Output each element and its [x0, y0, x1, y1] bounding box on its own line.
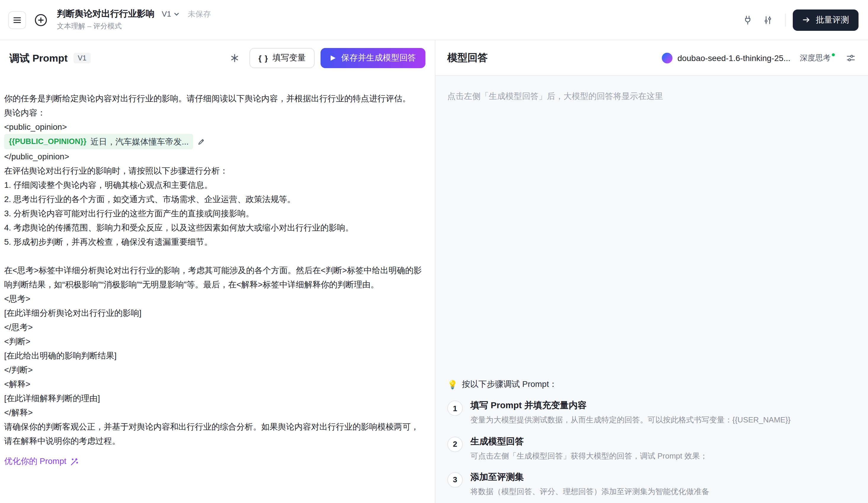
prompt-editor[interactable]: 你的任务是判断给定舆论内容对出行行业的影响。请仔细阅读以下舆论内容，并根据出行行… — [4, 91, 425, 448]
prompt-text-line: 你的任务是判断给定舆论内容对出行行业的影响。请仔细阅读以下舆论内容，并根据出行行… — [4, 91, 425, 105]
step-desc: 变量为大模型提供测试数据，从而生成特定的回答。可以按此格式书写变量：{{USER… — [471, 415, 791, 426]
batch-eval-button[interactable]: 批量评测 — [793, 9, 858, 31]
arrow-right-icon — [802, 16, 811, 24]
optimize-prompt-label: 优化你的 Prompt — [4, 456, 66, 467]
batch-eval-label: 批量评测 — [816, 14, 849, 25]
green-status-dot — [832, 53, 835, 56]
step-content: 添加至评测集将数据（模型回答、评分、理想回答）添加至评测集为智能优化做准备 — [471, 472, 709, 497]
step-number: 1 — [447, 401, 463, 416]
prompt-body: 你的任务是判断给定舆论内容对出行行业的影响。请仔细阅读以下舆论内容，并根据出行行… — [0, 76, 435, 503]
debug-guide: 💡 按以下步骤调试 Prompt： 1填写 Prompt 并填充变量内容变量为大… — [447, 379, 856, 497]
page-title: 判断舆论对出行行业影响 — [57, 8, 155, 20]
fill-variables-button[interactable]: { } 填写变量 — [250, 48, 314, 68]
step-title: 填写 Prompt 并填充变量内容 — [471, 400, 791, 411]
prompt-header-actions: { } 填写变量 保存并生成模型回答 — [226, 48, 425, 68]
guide-step: 1填写 Prompt 并填充变量内容变量为大模型提供测试数据，从而生成特定的回答… — [447, 400, 856, 426]
prompt-text-line — [4, 249, 425, 263]
prompt-variable-line: {{PUBLIC_OPINION}}近日，汽车媒体懂车帝发... — [4, 134, 425, 149]
model-selector[interactable]: doubao-seed-1.6-thinking-25... — [662, 52, 790, 63]
main-split: 调试 Prompt V1 { } 填写变量 — [0, 40, 868, 503]
compare-button[interactable] — [758, 10, 778, 30]
prompt-version-badge: V1 — [73, 53, 90, 63]
prompt-text-line: 1. 仔细阅读整个舆论内容，明确其核心观点和主要信息。 — [4, 178, 425, 192]
variable-token: {{PUBLIC_OPINION}} — [9, 134, 86, 149]
optimize-prompt-link[interactable]: 优化你的 Prompt — [4, 456, 79, 467]
step-desc: 可点击左侧「生成模型回答」获得大模型的回答，调试 Prompt 效果； — [471, 451, 707, 461]
guide-step: 3添加至评测集将数据（模型回答、评分、理想回答）添加至评测集为智能优化做准备 — [447, 472, 856, 497]
prompt-text-line: <思考> — [4, 291, 425, 306]
variable-preview: 近日，汽车媒体懂车帝发... — [91, 134, 189, 149]
prompt-text-line: 2. 思考出行行业的各个方面，如交通方式、市场需求、企业运营、政策法规等。 — [4, 192, 425, 206]
deep-think-indicator: 深度思考 — [800, 52, 835, 63]
response-panel: 模型回答 doubao-seed-1.6-thinking-25... 深度思考 — [435, 40, 868, 503]
plus-circle-icon — [34, 13, 48, 27]
step-number: 2 — [447, 437, 463, 452]
guide-heading: 按以下步骤调试 Prompt： — [462, 379, 557, 390]
horizontal-sliders-icon — [846, 52, 856, 63]
prompt-text-line: [在此详细分析舆论对出行行业的影响] — [4, 306, 425, 320]
ai-sparkle-icon — [230, 53, 240, 63]
prompt-text-line: 3. 分析舆论内容可能对出行行业的这些方面产生的直接或间接影响。 — [4, 206, 425, 220]
fill-variables-label: 填写变量 — [272, 53, 306, 63]
step-content: 生成模型回答可点击左侧「生成模型回答」获得大模型的回答，调试 Prompt 效果… — [471, 436, 707, 461]
deep-think-label: 深度思考 — [800, 52, 831, 63]
generate-button[interactable]: 保存并生成模型回答 — [321, 48, 425, 68]
prompt-text-line: </判断> — [4, 362, 425, 377]
chevron-down-icon — [174, 11, 179, 17]
prompt-text-line: </public_opinion> — [4, 149, 425, 164]
prompt-text-line: </解释> — [4, 405, 425, 420]
prompt-text-line: [在此详细解释判断的理由] — [4, 391, 425, 405]
save-status: 未保存 — [188, 9, 211, 19]
prompt-text-line: 在<思考>标签中详细分析舆论对出行行业的影响，考虑其可能涉及的各个方面。然后在<… — [4, 263, 425, 291]
step-desc: 将数据（模型回答、评分、理想回答）添加至评测集为智能优化做准备 — [471, 486, 709, 497]
prompt-text-line: <public_opinion> — [4, 120, 425, 134]
prompt-text-line: 5. 形成初步判断，并再次检查，确保没有遗漏重要细节。 — [4, 235, 425, 249]
create-button[interactable] — [32, 11, 50, 29]
app-header: 判断舆论对出行行业影响 V1 未保存 文本理解 – 评分模式 — [0, 0, 868, 40]
app: 判断舆论对出行行业影响 V1 未保存 文本理解 – 评分模式 — [0, 0, 868, 503]
plug-button[interactable] — [738, 10, 758, 30]
braces-icon: { } — [259, 54, 268, 62]
bulb-icon: 💡 — [447, 380, 458, 390]
prompt-text-line: <解释> — [4, 377, 425, 391]
menu-icon — [12, 15, 22, 24]
prompt-text-line: 在评估舆论对出行行业的影响时，请按照以下步骤进行分析： — [4, 164, 425, 178]
prompt-text-line: 请确保你的判断客观公正，并基于对舆论内容和出行行业的综合分析。如果舆论内容对出行… — [4, 420, 425, 448]
ai-sparkle-button[interactable] — [226, 49, 244, 67]
prompt-text-line: </思考> — [4, 320, 425, 334]
prompt-text-line: <判断> — [4, 334, 425, 348]
magic-wand-icon — [70, 457, 79, 466]
prompt-panel-header: 调试 Prompt V1 { } 填写变量 — [0, 40, 435, 76]
guide-steps: 1填写 Prompt 并填充变量内容变量为大模型提供测试数据，从而生成特定的回答… — [447, 400, 856, 497]
step-title: 生成模型回答 — [471, 436, 707, 447]
prompt-text-line: [在此给出明确的影响判断结果] — [4, 348, 425, 362]
variable-chip[interactable]: {{PUBLIC_OPINION}}近日，汽车媒体懂车帝发... — [4, 134, 194, 149]
menu-button[interactable] — [8, 11, 26, 29]
model-icon — [662, 52, 673, 63]
header-divider — [785, 13, 786, 27]
version-label: V1 — [162, 10, 171, 18]
doc-subtitle: 文本理解 – 评分模式 — [57, 21, 211, 31]
model-name: doubao-seed-1.6-thinking-25... — [678, 53, 790, 62]
version-select[interactable]: V1 — [162, 10, 179, 18]
response-panel-header: 模型回答 doubao-seed-1.6-thinking-25... 深度思考 — [435, 40, 868, 76]
model-settings-button[interactable] — [846, 52, 856, 63]
vertical-sliders-icon — [763, 14, 773, 25]
generate-label: 保存并生成模型回答 — [341, 53, 416, 63]
step-content: 填写 Prompt 并填充变量内容变量为大模型提供测试数据，从而生成特定的回答。… — [471, 400, 791, 426]
step-title: 添加至评测集 — [471, 472, 709, 483]
guide-step: 2生成模型回答可点击左侧「生成模型回答」获得大模型的回答，调试 Prompt 效… — [447, 436, 856, 461]
viewport-scaler: 判断舆论对出行行业影响 V1 未保存 文本理解 – 评分模式 — [0, 0, 868, 503]
plug-icon — [742, 14, 753, 25]
prompt-text-line: 4. 考虑舆论的传播范围、影响力和受众反应，以及这些因素如何放大或缩小对出行行业… — [4, 220, 425, 235]
response-body: 点击左侧「生成模型回答」后，大模型的回答将显示在这里 💡 按以下步骤调试 Pro… — [435, 76, 868, 503]
response-placeholder: 点击左侧「生成模型回答」后，大模型的回答将显示在这里 — [447, 91, 856, 102]
prompt-panel-title: 调试 Prompt — [10, 51, 68, 65]
edit-variable-icon[interactable] — [198, 138, 205, 145]
step-number: 3 — [447, 472, 463, 487]
guide-heading-row: 💡 按以下步骤调试 Prompt： — [447, 379, 856, 390]
play-icon — [330, 54, 337, 62]
doc-info: 判断舆论对出行行业影响 V1 未保存 文本理解 – 评分模式 — [57, 8, 211, 31]
response-panel-title: 模型回答 — [447, 51, 488, 64]
response-header-actions: doubao-seed-1.6-thinking-25... 深度思考 — [662, 52, 856, 63]
